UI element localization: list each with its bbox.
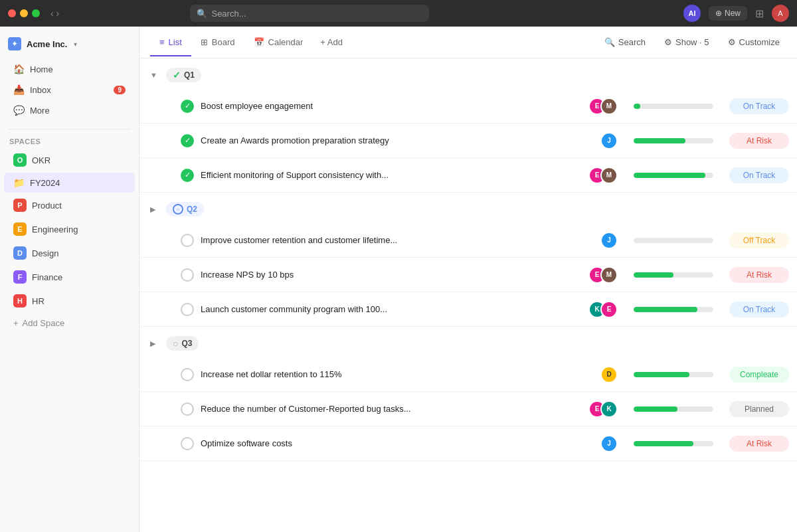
- sidebar-item-home[interactable]: 🏠 Home: [4, 59, 135, 79]
- minimize-button[interactable]: [20, 9, 28, 17]
- task-checkbox[interactable]: ✓: [181, 169, 194, 182]
- task-row[interactable]: ⋮⋮ Improve customer retention and custom…: [139, 223, 797, 258]
- add-view-label: + Add: [320, 37, 343, 47]
- avatar: M: [600, 167, 618, 184]
- company-header[interactable]: ✦ Acme Inc. ▾: [0, 32, 139, 56]
- ai-button[interactable]: AI: [683, 5, 701, 22]
- task-row[interactable]: ⋮⋮ Optimize software costs J At Risk: [139, 426, 797, 461]
- task-row[interactable]: ⋮⋮ ✓ Efficient monitoring of Support con…: [139, 158, 797, 193]
- avatar: E: [600, 301, 618, 318]
- status-badge: On Track: [729, 98, 789, 114]
- tab-calendar-label: Calendar: [268, 37, 304, 47]
- progress-bar: [634, 307, 713, 312]
- task-avatars: J: [600, 435, 618, 452]
- status-badge: At Risk: [729, 436, 789, 452]
- sidebar-item-label: More: [30, 106, 50, 116]
- avatar: J: [600, 435, 618, 452]
- company-logo: ✦: [8, 37, 21, 50]
- sidebar-item-fy2024[interactable]: 📁 FY2024: [4, 173, 135, 193]
- task-title: Increase NPS by 10 bps: [201, 270, 588, 280]
- maximize-button[interactable]: [32, 9, 40, 17]
- add-space-button[interactable]: + Add Space: [4, 313, 135, 333]
- task-row[interactable]: ⋮⋮ Increase net dollar retention to 115%…: [139, 357, 797, 392]
- q2-badge: ○ Q2: [166, 202, 204, 217]
- space-label: HR: [32, 296, 44, 306]
- task-row[interactable]: ⋮⋮ Launch customer community program wit…: [139, 292, 797, 327]
- task-avatars: E M: [588, 98, 618, 115]
- q1-badge: ✓ Q1: [166, 68, 201, 82]
- task-avatars: E M: [588, 167, 618, 184]
- grid-icon[interactable]: ⊞: [755, 7, 764, 20]
- company-name: Acme Inc.: [27, 39, 67, 49]
- task-checkbox[interactable]: [181, 402, 194, 416]
- sidebar-item-hr[interactable]: H HR: [4, 290, 135, 312]
- traffic-lights: [8, 9, 40, 17]
- sidebar-item-finance[interactable]: F Finance: [4, 266, 135, 288]
- product-dot: P: [13, 199, 27, 212]
- space-label: Design: [32, 248, 58, 258]
- q3-label: Q3: [181, 339, 192, 348]
- tabs-actions: 🔍 Search ⚙ Show · 5 ⚙ Customize: [598, 33, 786, 51]
- view-tabs: ≡ List ⊞ Board 📅 Calendar + Add 🔍 Search: [139, 27, 797, 58]
- avatar: M: [600, 266, 618, 284]
- user-avatar[interactable]: A: [772, 5, 789, 22]
- task-checkbox[interactable]: [181, 437, 194, 450]
- close-button[interactable]: [8, 9, 16, 17]
- task-checkbox[interactable]: [181, 368, 194, 381]
- tab-board-label: Board: [212, 37, 235, 47]
- show-button[interactable]: ⚙ Show · 5: [658, 33, 716, 51]
- chevron-down-icon: ▼: [150, 71, 161, 79]
- topbar-right: AI ⊕ New ⊞ A: [683, 5, 789, 22]
- search-label: Search: [618, 37, 646, 47]
- design-dot: D: [13, 246, 27, 260]
- new-button[interactable]: ⊕ New: [709, 6, 747, 21]
- check-icon: ✓: [173, 70, 181, 80]
- progress-bar: [634, 441, 713, 446]
- task-row[interactable]: ⋮⋮ Increase NPS by 10 bps E M At Risk: [139, 258, 797, 292]
- tab-board[interactable]: ⊞ Board: [191, 29, 244, 56]
- task-row[interactable]: ⋮⋮ Reduce the number of Customer-Reporte…: [139, 392, 797, 426]
- avatar: D: [600, 366, 618, 383]
- task-title: Boost employee engagement: [201, 101, 588, 111]
- avatar: M: [600, 98, 618, 115]
- circle-icon: ○: [173, 204, 183, 215]
- topbar: ‹ › 🔍 Search... AI ⊕ New ⊞ A: [0, 0, 797, 27]
- quarter-q1-header[interactable]: ▼ ✓ Q1: [139, 58, 797, 89]
- global-search-bar[interactable]: 🔍 Search...: [190, 5, 429, 22]
- tab-list[interactable]: ≡ List: [150, 29, 191, 56]
- progress-fill: [634, 173, 705, 178]
- task-row[interactable]: ⋮⋮ ✓ Boost employee engagement E M On Tr…: [139, 89, 797, 124]
- more-icon: 💬: [13, 105, 25, 116]
- task-checkbox[interactable]: [181, 268, 194, 282]
- sidebar-item-inbox[interactable]: 📥 Inbox 9: [4, 80, 135, 100]
- task-avatars: J: [600, 232, 618, 249]
- progress-bar: [634, 138, 713, 143]
- task-row[interactable]: ⋮⋮ ✓ Create an Awards promotion preparat…: [139, 124, 797, 158]
- chevron-right-icon: ▶: [150, 205, 161, 214]
- progress-bar: [634, 173, 713, 178]
- customize-button[interactable]: ⚙ Customize: [721, 33, 786, 51]
- q3-badge: ○ Q3: [166, 336, 199, 351]
- task-checkbox[interactable]: [181, 303, 194, 316]
- sidebar-item-okr[interactable]: O OKR: [4, 149, 135, 171]
- sidebar-item-design[interactable]: D Design: [4, 242, 135, 264]
- plus-icon: ⊕: [715, 9, 722, 18]
- task-checkbox[interactable]: ✓: [181, 100, 194, 113]
- hr-dot: H: [13, 294, 27, 308]
- sidebar-item-engineering[interactable]: E Engineering: [4, 218, 135, 240]
- task-title: Create an Awards promotion preparation s…: [201, 135, 600, 145]
- quarter-q3-header[interactable]: ▶ ○ Q3: [139, 327, 797, 357]
- progress-bar: [634, 406, 713, 412]
- quarter-q2-header[interactable]: ▶ ○ Q2: [139, 193, 797, 223]
- sidebar-item-label: Inbox: [30, 85, 51, 95]
- sidebar-item-more[interactable]: 💬 More: [4, 100, 135, 120]
- sidebar-item-product[interactable]: P Product: [4, 194, 135, 217]
- task-checkbox[interactable]: ✓: [181, 134, 194, 147]
- nav-arrows[interactable]: ‹ ›: [50, 8, 59, 19]
- status-badge: At Risk: [729, 133, 789, 149]
- tab-calendar[interactable]: 📅 Calendar: [244, 29, 313, 56]
- task-checkbox[interactable]: [181, 234, 194, 247]
- sidebar: ✦ Acme Inc. ▾ 🏠 Home 📥 Inbox 9 💬 More Sp…: [0, 27, 139, 532]
- search-button[interactable]: 🔍 Search: [598, 33, 652, 51]
- add-view-button[interactable]: + Add: [312, 32, 351, 52]
